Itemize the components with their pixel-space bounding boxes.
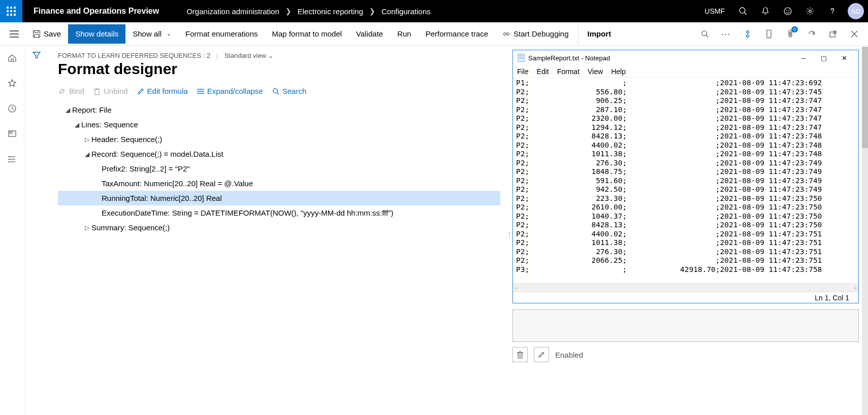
app-launcher-icon[interactable] (0, 0, 22, 22)
diamond-icon[interactable] (739, 25, 756, 43)
search-tool-icon[interactable] (696, 25, 714, 43)
gear-icon[interactable] (799, 0, 821, 22)
show-details-button[interactable]: Show details (68, 24, 125, 44)
expand-toggle-icon[interactable]: ◢ (63, 107, 72, 114)
avatar[interactable]: AD (848, 3, 864, 19)
rail-home-icon[interactable] (4, 50, 20, 66)
command-bar-right: ⋯ 0 (696, 25, 868, 43)
top-right-controls: USMF AD (697, 0, 868, 22)
tree-node-prefix[interactable]: Prefix2: String[2..2] = "P2" (58, 161, 500, 176)
svg-point-11 (784, 8, 791, 15)
menu-file[interactable]: File (517, 67, 529, 76)
below-notepad: Enabled (512, 309, 859, 362)
phone-icon[interactable] (760, 25, 778, 43)
breadcrumb-config[interactable]: Configurations (381, 7, 431, 16)
menu-help[interactable]: Help (611, 67, 626, 76)
run-button[interactable]: Run (390, 24, 419, 44)
tree-node-execdatetime[interactable]: ExecutionDateTime: String = DATETIMEFORM… (58, 205, 500, 220)
bind-button[interactable]: Bind (58, 87, 84, 95)
edit-formula-button[interactable]: Edit formula (137, 87, 188, 95)
menu-edit[interactable]: Edit (537, 67, 549, 76)
tree-search-button[interactable]: Search (272, 87, 307, 95)
svg-point-22 (504, 32, 506, 35)
main: FORMAT TO LEARN DEFERRED SEQUENCES : 2 |… (49, 46, 868, 415)
start-debugging-button[interactable]: Start Debugging (495, 24, 575, 44)
menu-format[interactable]: Format (557, 67, 580, 76)
performance-trace-button[interactable]: Performance trace (419, 24, 495, 44)
splitter-handle-icon[interactable]: ⋮ (506, 228, 512, 240)
svg-rect-21 (35, 34, 39, 38)
tree-node-lines[interactable]: ◢Lines: Sequence (58, 117, 500, 132)
left-rail (0, 46, 24, 415)
show-all-button[interactable]: Show all⌄ (125, 24, 178, 44)
tree-node-header[interactable]: ▷Header: Sequence(;) (58, 132, 500, 147)
validate-button[interactable]: Validate (349, 24, 390, 44)
save-button[interactable]: Save (25, 24, 68, 44)
svg-rect-6 (7, 14, 9, 16)
tree-node-report[interactable]: ◢Report: File (58, 102, 500, 117)
edit-icon[interactable] (534, 347, 549, 362)
delete-icon[interactable] (512, 347, 528, 362)
expand-toggle-icon[interactable]: ◢ (82, 151, 91, 158)
svg-rect-2 (14, 7, 16, 9)
notepad-icon (517, 54, 525, 62)
expand-toggle-icon[interactable]: ◢ (72, 121, 81, 128)
attach-icon[interactable]: 0 (782, 25, 799, 43)
expand-toggle-icon[interactable]: ▷ (82, 136, 91, 143)
notepad-statusbar: Ln 1, Col 1 (513, 292, 858, 303)
horizontal-scrollbar[interactable]: ‹› (513, 283, 858, 292)
menu-view[interactable]: View (588, 67, 603, 76)
svg-rect-19 (34, 30, 40, 37)
svg-point-14 (809, 10, 812, 13)
formula-textarea[interactable] (512, 309, 859, 342)
left-pane: FORMAT TO LEARN DEFERRED SEQUENCES : 2 |… (49, 46, 512, 415)
chevron-right-icon: ❯ (369, 7, 375, 15)
hamburger-icon[interactable] (3, 30, 25, 38)
tree-node-record[interactable]: ◢Record: Sequence(;) = model.Data.List (58, 147, 500, 161)
help-icon[interactable] (821, 0, 844, 22)
notepad-title: SampleReport.txt - Notepad (528, 54, 793, 62)
notepad-content[interactable]: P1; ; ;2021-08-09 11:47:23:692 P2; 556.8… (513, 78, 858, 283)
rail-star-icon[interactable] (4, 75, 20, 91)
svg-rect-0 (7, 7, 9, 9)
view-selector[interactable]: Standard view ⌄ (224, 52, 273, 59)
close-icon[interactable]: ✕ (834, 54, 854, 62)
rail-clock-icon[interactable] (4, 100, 20, 117)
smiley-icon[interactable] (777, 0, 799, 22)
tree-node-taxamount[interactable]: TaxAmount: Numeric[20..20] Real = @.Valu… (58, 176, 500, 191)
more-icon[interactable]: ⋯ (718, 25, 735, 43)
expand-collapse-button[interactable]: Expand/collapse (197, 87, 263, 95)
svg-point-38 (8, 156, 9, 157)
chevron-down-icon: ⌄ (167, 30, 171, 37)
minimize-icon[interactable]: ─ (793, 54, 814, 62)
page-path: FORMAT TO LEARN DEFERRED SEQUENCES : 2 (58, 52, 210, 59)
maximize-icon[interactable]: ▢ (814, 54, 834, 62)
import-button[interactable]: Import (578, 24, 619, 44)
search-icon[interactable] (732, 0, 754, 22)
separator: | (216, 52, 218, 59)
company-label[interactable]: USMF (697, 7, 732, 15)
right-pane: SampleReport.txt - Notepad ─ ▢ ✕ File Ed… (512, 46, 868, 415)
attach-badge: 0 (791, 26, 798, 32)
breadcrumb-er[interactable]: Electronic reporting (298, 7, 363, 16)
svg-line-10 (745, 13, 747, 15)
unbind-button[interactable]: Unbind (93, 87, 128, 95)
notepad-titlebar[interactable]: SampleReport.txt - Notepad ─ ▢ ✕ (513, 50, 858, 65)
rail-workspace-icon[interactable] (4, 126, 20, 142)
map-format-button[interactable]: Map format to model (265, 24, 349, 44)
close-icon[interactable] (846, 25, 863, 43)
expand-toggle-icon[interactable]: ▷ (82, 224, 91, 231)
show-all-label: Show all (133, 29, 162, 38)
refresh-icon[interactable] (803, 25, 820, 43)
filter-icon[interactable] (32, 51, 41, 415)
status-position: Ln 1, Col 1 (815, 294, 849, 302)
breadcrumb-org-admin[interactable]: Organization administration (186, 7, 279, 16)
format-enumerations-button[interactable]: Format enumerations (178, 24, 265, 44)
tree-node-summary[interactable]: ▷Summary: Sequence(;) (58, 220, 500, 235)
tree-node-runningtotal[interactable]: RunningTotal: Numeric[20..20] Real (58, 191, 500, 205)
rail-modules-icon[interactable] (4, 151, 20, 167)
vertical-scrollbar-thumb[interactable] (862, 47, 868, 148)
popout-icon[interactable] (824, 25, 842, 43)
filter-column (24, 46, 49, 415)
bell-icon[interactable] (754, 0, 777, 22)
